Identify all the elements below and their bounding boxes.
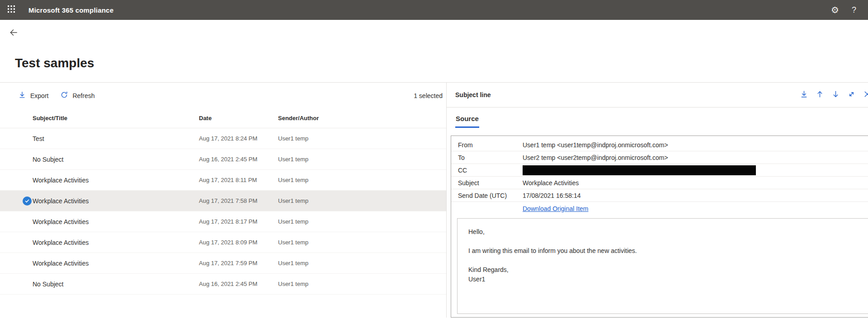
- field-label: From: [458, 141, 523, 149]
- message-body-line: Hello,: [468, 227, 860, 237]
- download-original-link[interactable]: Download Original Item: [523, 205, 589, 212]
- row-subject: Test: [33, 135, 199, 142]
- close-icon: [863, 90, 868, 100]
- column-header-sender[interactable]: Sender/Author: [278, 115, 446, 122]
- main-content: Export Refresh 1 selected Subject/Title …: [0, 82, 868, 318]
- row-select-cell[interactable]: [0, 196, 33, 206]
- message-field-row: To User2 temp <user2temp@indproj.onmicro…: [451, 151, 868, 164]
- message-body-line: [468, 237, 860, 246]
- field-value: 17/08/2021 16:58:14: [523, 192, 868, 199]
- selected-check-icon: [23, 196, 32, 206]
- field-value: Workplace Activities: [523, 179, 868, 187]
- row-subject: Workplace Activities: [33, 239, 199, 246]
- field-label: Send Date (UTC): [458, 192, 523, 199]
- message-body-line: Kind Regards,: [468, 265, 860, 275]
- gear-icon: ⚙: [831, 5, 839, 15]
- back-arrow-icon: [9, 28, 19, 39]
- close-preview-button[interactable]: [859, 87, 868, 103]
- row-sender: User1 temp: [278, 218, 446, 225]
- message-body-line: User1: [468, 275, 860, 284]
- row-date: Aug 17, 2021 8:17 PM: [199, 218, 278, 225]
- samples-list-pane: Export Refresh 1 selected Subject/Title …: [0, 83, 447, 318]
- message-field-row: CC: [451, 164, 868, 177]
- preview-tabs: Source: [447, 115, 868, 128]
- table-row[interactable]: Workplace Activities Aug 17, 2021 7:58 P…: [0, 191, 446, 211]
- back-button[interactable]: [6, 26, 21, 41]
- row-date: Aug 17, 2021 7:58 PM: [199, 197, 278, 204]
- table-row[interactable]: Workplace Activities Aug 17, 2021 8:09 P…: [0, 232, 446, 253]
- arrow-up-icon: [816, 90, 824, 100]
- field-label: Subject: [458, 179, 523, 187]
- message-body: Hello, I am writing this email to inform…: [457, 218, 868, 314]
- table-row[interactable]: Workplace Activities Aug 17, 2021 8:17 P…: [0, 211, 446, 232]
- preview-actions: [796, 87, 868, 103]
- table-row[interactable]: No Subject Aug 16, 2021 2:45 PM User1 te…: [0, 149, 446, 170]
- app-title: Microsoft 365 compliance: [28, 6, 113, 14]
- field-value: User1 temp <user1temp@indproj.onmicrosof…: [523, 141, 868, 149]
- table-row[interactable]: Workplace Activities Aug 17, 2021 8:11 P…: [0, 170, 446, 191]
- row-date: Aug 17, 2021 8:09 PM: [199, 239, 278, 246]
- expand-button[interactable]: [844, 87, 859, 103]
- list-toolbar: Export Refresh 1 selected: [0, 83, 446, 108]
- refresh-label: Refresh: [72, 92, 94, 99]
- refresh-button[interactable]: Refresh: [60, 91, 94, 100]
- field-label: To: [458, 154, 523, 161]
- download-original-row: Download Original Item: [451, 202, 868, 215]
- app-launcher-button[interactable]: [0, 0, 23, 20]
- row-date: Aug 16, 2021 2:45 PM: [199, 156, 278, 163]
- help-button[interactable]: ?: [844, 0, 863, 20]
- app-launcher-icon: [8, 5, 15, 14]
- message-field-row: Send Date (UTC) 17/08/2021 16:58:14: [451, 189, 868, 202]
- preview-title: Subject line: [455, 91, 491, 98]
- field-value: User2 temp <user2temp@indproj.onmicrosof…: [523, 154, 868, 161]
- message-body-line: [468, 256, 860, 265]
- row-sender: User1 temp: [278, 156, 446, 163]
- row-sender: User1 temp: [278, 135, 446, 142]
- previous-item-button[interactable]: [812, 87, 828, 103]
- refresh-icon: [60, 91, 68, 100]
- message-field-row: Subject Workplace Activities: [451, 177, 868, 189]
- next-item-button[interactable]: [828, 87, 844, 103]
- row-subject: No Subject: [33, 281, 199, 288]
- back-row: [0, 20, 868, 47]
- row-subject: Workplace Activities: [33, 197, 199, 205]
- export-icon: [18, 91, 26, 100]
- tab-source[interactable]: Source: [455, 115, 479, 128]
- page-title: Test samples: [15, 55, 868, 71]
- table-row[interactable]: Workplace Activities Aug 17, 2021 7:59 P…: [0, 253, 446, 274]
- table-row[interactable]: No Subject Aug 16, 2021 2:45 PM User1 te…: [0, 274, 446, 295]
- row-subject: Workplace Activities: [33, 177, 199, 184]
- field-label: CC: [458, 167, 523, 174]
- export-label: Export: [30, 92, 48, 99]
- column-header-date[interactable]: Date: [199, 115, 278, 122]
- message-body-line: I am writing this email to inform you ab…: [468, 246, 860, 256]
- preview-pane: Subject line: [447, 83, 868, 318]
- field-value: [523, 165, 868, 175]
- message-fields: From User1 temp <user1temp@indproj.onmic…: [451, 139, 868, 215]
- message-field-row: From User1 temp <user1temp@indproj.onmic…: [451, 139, 868, 151]
- table-header: Subject/Title Date Sender/Author: [0, 108, 446, 128]
- preview-header: Subject line: [447, 83, 868, 108]
- row-sender: User1 temp: [278, 239, 446, 246]
- expand-diagonal-icon: [847, 90, 856, 100]
- row-sender: User1 temp: [278, 197, 446, 204]
- row-sender: User1 temp: [278, 260, 446, 267]
- download-item-button[interactable]: [796, 87, 812, 103]
- row-subject: No Subject: [33, 156, 199, 163]
- redaction-bar: [523, 165, 756, 175]
- arrow-down-icon: [831, 90, 840, 100]
- column-header-subject[interactable]: Subject/Title: [33, 115, 199, 122]
- download-icon: [800, 90, 808, 100]
- row-date: Aug 17, 2021 8:11 PM: [199, 177, 278, 183]
- help-icon: ?: [852, 5, 856, 15]
- settings-button[interactable]: ⚙: [826, 0, 844, 20]
- app-top-bar: Microsoft 365 compliance ⚙ ?: [0, 0, 868, 20]
- row-date: Aug 17, 2021 8:24 PM: [199, 135, 278, 142]
- row-sender: User1 temp: [278, 177, 446, 183]
- row-sender: User1 temp: [278, 281, 446, 287]
- table-row[interactable]: Test Aug 17, 2021 8:24 PM User1 temp: [0, 128, 446, 149]
- selected-count: 1 selected: [414, 92, 446, 99]
- row-date: Aug 17, 2021 7:59 PM: [199, 260, 278, 267]
- export-button[interactable]: Export: [18, 91, 48, 100]
- row-subject: Workplace Activities: [33, 260, 199, 267]
